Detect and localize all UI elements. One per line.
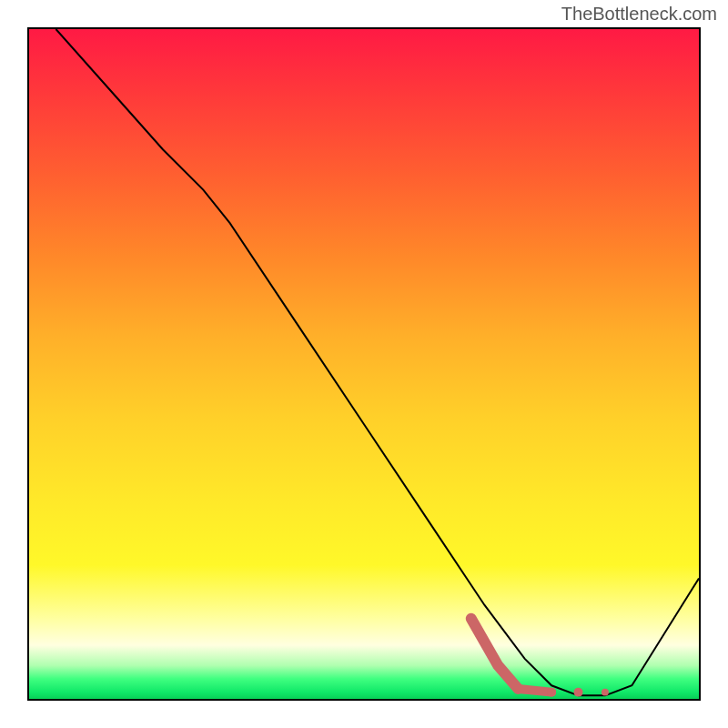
gradient-background: [29, 29, 699, 699]
chart-plot-area: [27, 27, 701, 701]
watermark-text: TheBottleneck.com: [561, 4, 717, 25]
